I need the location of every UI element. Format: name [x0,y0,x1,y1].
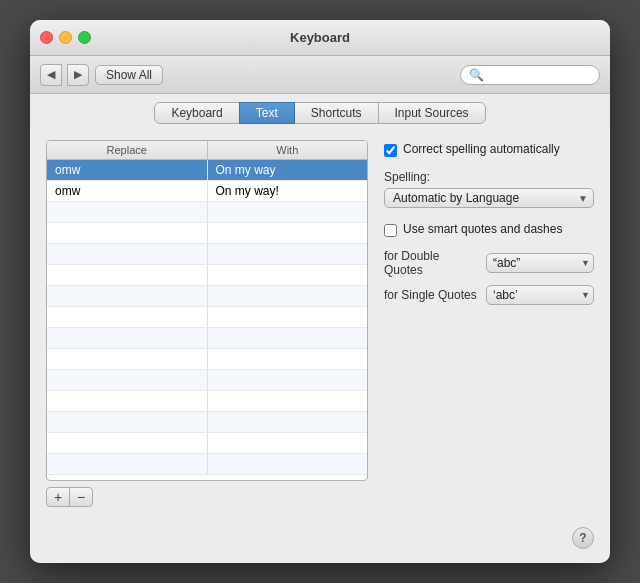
double-quotes-label: for Double Quotes [384,249,480,277]
with-cell: On my way [208,160,368,180]
table-row [47,433,367,454]
tab-input-sources[interactable]: Input Sources [378,102,486,124]
table-row [47,370,367,391]
smart-quotes-section: for Double Quotes “abc” ▼ for Single Quo… [384,249,594,305]
table-row[interactable]: omw On my way [47,160,367,181]
smart-quotes-checkbox[interactable] [384,224,397,237]
table-actions: + − [46,487,368,507]
table-row [47,454,367,475]
table-row [47,349,367,370]
title-bar: Keyboard [30,20,610,56]
window-body: Replace With omw On my way omw On my way… [30,130,610,563]
help-button[interactable]: ? [572,527,594,549]
window-title: Keyboard [290,30,350,45]
smart-quotes-label: Use smart quotes and dashes [403,222,562,238]
show-all-button[interactable]: Show All [95,65,163,85]
spelling-select-wrapper: Automatic by Language ▼ [384,188,594,208]
tab-text[interactable]: Text [239,102,295,124]
forward-button[interactable]: ▶ [67,64,89,86]
spelling-section-label: Spelling: [384,170,594,184]
table-row [47,391,367,412]
search-bar[interactable]: 🔍 [460,65,600,85]
single-quotes-select[interactable]: ‘abc’ [486,285,594,305]
single-quotes-row: for Single Quotes ‘abc’ ▼ [384,285,594,305]
tab-shortcuts[interactable]: Shortcuts [294,102,379,124]
remove-row-button[interactable]: − [69,487,93,507]
tab-bar: Keyboard Text Shortcuts Input Sources [30,94,610,130]
smart-quotes-row: Use smart quotes and dashes [384,222,594,238]
double-quotes-row: for Double Quotes “abc” ▼ [384,249,594,277]
with-cell: On my way! [208,181,368,201]
table-row [47,328,367,349]
table-row [47,412,367,433]
close-button[interactable] [40,31,53,44]
table-row [47,202,367,223]
with-header: With [208,141,368,159]
minimize-button[interactable] [59,31,72,44]
double-quotes-select-wrapper: “abc” ▼ [486,253,594,273]
table-row [47,286,367,307]
correct-spelling-label: Correct spelling automatically [403,142,560,158]
back-button[interactable]: ◀ [40,64,62,86]
correct-spelling-row: Correct spelling automatically [384,142,594,158]
left-panel: Replace With omw On my way omw On my way… [46,140,368,507]
replace-cell: omw [47,181,208,201]
table-header: Replace With [47,141,367,160]
spelling-section: Spelling: Automatic by Language ▼ [384,170,594,208]
table-row [47,223,367,244]
maximize-button[interactable] [78,31,91,44]
table-row[interactable]: omw On my way! [47,181,367,202]
text-replacements-table: Replace With omw On my way omw On my way… [46,140,368,481]
keyboard-window: Keyboard ◀ ▶ Show All 🔍 Keyboard Text Sh… [30,20,610,563]
toolbar: ◀ ▶ Show All 🔍 [30,56,610,94]
tab-keyboard[interactable]: Keyboard [154,102,239,124]
double-quotes-select[interactable]: “abc” [486,253,594,273]
single-quotes-label: for Single Quotes [384,288,480,302]
search-icon: 🔍 [469,68,484,82]
table-body[interactable]: omw On my way omw On my way! [47,160,367,480]
replace-header: Replace [47,141,208,159]
content-area: Replace With omw On my way omw On my way… [30,130,610,523]
table-row [47,244,367,265]
correct-spelling-checkbox[interactable] [384,144,397,157]
table-row [47,265,367,286]
table-row [47,307,367,328]
replace-cell: omw [47,160,208,180]
right-panel: Correct spelling automatically Spelling:… [384,140,594,507]
spelling-select[interactable]: Automatic by Language [384,188,594,208]
add-row-button[interactable]: + [46,487,70,507]
single-quotes-select-wrapper: ‘abc’ ▼ [486,285,594,305]
traffic-lights [40,31,91,44]
